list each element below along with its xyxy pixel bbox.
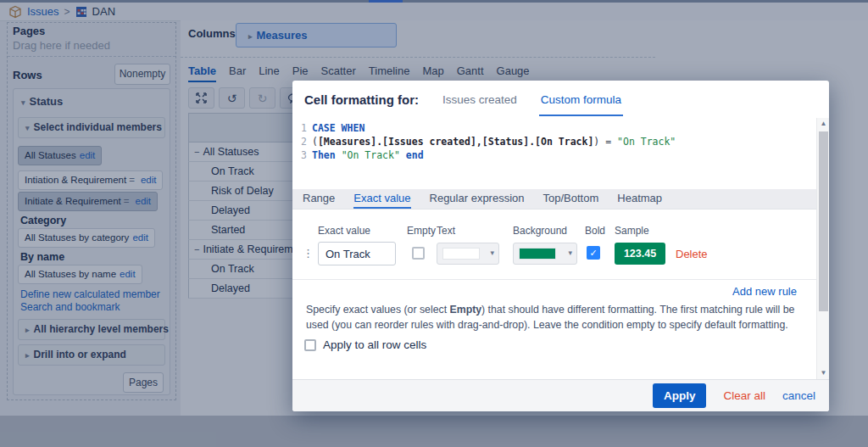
code-keyword: Then (312, 149, 336, 161)
tab-custom-formula[interactable]: Custom formula (539, 82, 623, 116)
cancel-link[interactable]: cancel (782, 389, 815, 402)
sample-preview: 123.45 (615, 243, 665, 265)
rules-divider (292, 279, 816, 280)
column-header-text: Text (437, 225, 455, 237)
text-color-dropdown[interactable]: ▾ (437, 243, 499, 265)
column-header-bold: Bold (585, 225, 605, 237)
dialog-footer: Apply Clear all cancel (292, 379, 829, 411)
code-paren: ( (312, 136, 318, 148)
column-header-background: Background (513, 225, 567, 237)
tab-heatmap[interactable]: Heatmap (617, 189, 662, 209)
background-color-dropdown[interactable]: ▾ (513, 243, 577, 265)
delete-rule-link[interactable]: Delete (676, 248, 708, 260)
background-color-swatch (519, 248, 556, 260)
line-number: 1 (296, 121, 307, 135)
line-number: 3 (296, 148, 307, 162)
chevron-down-icon: ▾ (568, 249, 572, 257)
apply-all-checkbox[interactable] (304, 339, 316, 351)
text-color-swatch (442, 248, 480, 260)
drag-handle-icon[interactable]: ⋮ (303, 247, 314, 260)
clear-all-link[interactable]: Clear all (723, 389, 765, 402)
bold-checkbox[interactable]: ✓ (587, 246, 600, 260)
apply-all-label: Apply to all row cells (323, 338, 426, 351)
code-members: [Measures].[Issues created],[Status].[On… (318, 136, 593, 148)
rule-type-tabs: Range Exact value Regular expression Top… (292, 189, 816, 210)
empty-checkbox[interactable] (412, 247, 425, 260)
dialog-body: 1CASE WHEN 2([Measures].[Issues created]… (292, 118, 829, 379)
code-keyword: CASE WHEN (312, 122, 364, 134)
column-header-empty: Empty (407, 225, 436, 237)
tab-top-bottom[interactable]: Top/Bottom (543, 189, 599, 209)
apply-to-all-row-cells[interactable]: Apply to all row cells (304, 338, 426, 351)
column-header-exact-value: Exact value (318, 225, 370, 237)
exact-value-input[interactable] (318, 242, 396, 265)
tab-issues-created[interactable]: Issues created (441, 82, 519, 116)
cell-formatting-dialog: Cell formatting for: Issues created Cust… (292, 81, 829, 411)
tab-regular-expression[interactable]: Regular expression (430, 189, 525, 209)
column-header-sample: Sample (615, 225, 649, 237)
tab-exact-value[interactable]: Exact value (353, 189, 410, 209)
dialog-header: Cell formatting for: Issues created Cust… (292, 81, 829, 118)
check-icon: ✓ (589, 248, 597, 258)
scroll-up-icon[interactable]: ▲ (817, 118, 829, 130)
chevron-down-icon: ▾ (490, 249, 494, 257)
tab-range[interactable]: Range (303, 189, 335, 209)
rule-description: Specify exact values (or select Empty) t… (306, 303, 809, 333)
formatting-rule-row: ⋮ ▾ ▾ ✓ 123.45 Delete (292, 242, 829, 267)
code-keyword: end (406, 149, 424, 161)
custom-formula-editor[interactable]: 1CASE WHEN 2([Measures].[Issues created]… (292, 118, 816, 182)
description-empty-keyword: Empty (450, 304, 482, 316)
line-number: 2 (296, 135, 307, 148)
description-text: Specify exact values (or select (306, 304, 450, 316)
code-string: "On Track" (342, 149, 400, 161)
scroll-down-icon[interactable]: ▼ (817, 367, 829, 379)
apply-button[interactable]: Apply (653, 383, 707, 408)
dialog-title: Cell formatting for: (304, 92, 419, 107)
scrollbar-thumb[interactable] (819, 131, 828, 311)
code-string: "On Track" (617, 136, 676, 148)
code-operator: ) = (593, 136, 617, 148)
add-new-rule-link[interactable]: Add new rule (732, 285, 797, 298)
